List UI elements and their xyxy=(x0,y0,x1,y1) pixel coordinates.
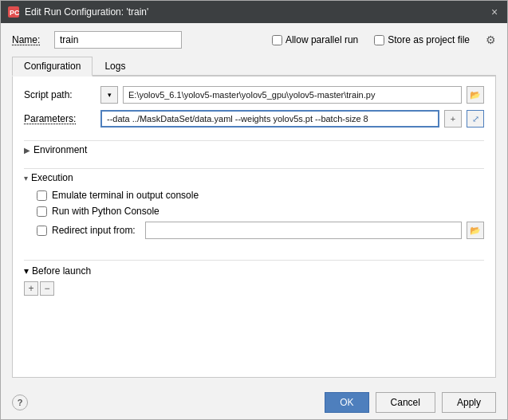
execution-section-header[interactable]: ▾ Execution xyxy=(24,168,484,186)
before-launch-arrow: ▾ xyxy=(24,265,29,277)
tab-configuration[interactable]: Configuration xyxy=(12,57,93,77)
execution-label: Execution xyxy=(31,172,73,183)
parameters-label: Parameters: xyxy=(24,113,96,124)
store-project-group: Store as project file xyxy=(374,34,470,45)
name-input[interactable] xyxy=(54,31,182,49)
allow-parallel-label: Allow parallel run xyxy=(286,34,358,45)
parameters-input[interactable] xyxy=(100,110,439,128)
run-python-console-row: Run with Python Console xyxy=(37,206,484,217)
allow-parallel-checkbox[interactable] xyxy=(272,35,282,45)
name-label: Name: xyxy=(12,34,48,45)
gear-icon[interactable]: ⚙ xyxy=(486,33,496,46)
cancel-button[interactable]: Cancel xyxy=(376,392,435,413)
parameters-row: Parameters: + ⤢ xyxy=(24,110,484,128)
redirect-input-field[interactable] xyxy=(145,222,462,239)
tabs-row: Configuration Logs xyxy=(12,57,496,77)
environment-section-header[interactable]: ▶ Environment xyxy=(24,140,484,159)
redirect-input-row: Redirect input from: 📂 xyxy=(37,222,484,239)
apply-button[interactable]: Apply xyxy=(442,392,496,413)
script-path-label: Script path: xyxy=(24,89,96,100)
name-row: Name: Allow parallel run Store as projec… xyxy=(12,31,496,49)
redirect-folder-icon: 📂 xyxy=(470,226,481,236)
run-python-console-label: Run with Python Console xyxy=(52,206,159,217)
script-path-row: Script path: ▾ 📂 xyxy=(24,86,484,104)
redirect-input-label: Redirect input from: xyxy=(52,225,136,236)
footer-left: ? xyxy=(12,394,28,410)
run-python-console-checkbox[interactable] xyxy=(37,206,47,217)
title-bar-text: Edit Run Configuration: 'train' xyxy=(25,6,488,18)
footer-right: OK Cancel Apply xyxy=(325,392,496,413)
dialog-window: PC Edit Run Configuration: 'train' × Nam… xyxy=(0,0,508,420)
title-bar: PC Edit Run Configuration: 'train' × xyxy=(1,1,507,23)
redirect-input-checkbox[interactable] xyxy=(37,226,47,236)
before-launch-header[interactable]: ▾ Before launch xyxy=(24,261,484,280)
store-project-checkbox[interactable] xyxy=(374,35,384,45)
expand-params-btn[interactable]: + xyxy=(444,110,462,128)
allow-parallel-group: Allow parallel run xyxy=(272,34,358,45)
before-launch-label: Before launch xyxy=(32,265,91,277)
main-content: Script path: ▾ 📂 Parameters: + ⤢ ▶ Envir… xyxy=(12,77,496,378)
ok-button[interactable]: OK xyxy=(325,392,368,413)
script-path-dropdown[interactable]: ▾ xyxy=(100,86,118,104)
expand-fullscreen-btn[interactable]: ⤢ xyxy=(467,110,484,128)
close-button[interactable]: × xyxy=(488,6,501,18)
environment-label: Environment xyxy=(33,144,87,155)
app-icon: PC xyxy=(7,6,20,18)
execution-section-content: Emulate terminal in output console Run w… xyxy=(24,190,484,239)
emulate-terminal-checkbox[interactable] xyxy=(37,190,47,201)
dialog-footer: ? OK Cancel Apply xyxy=(1,386,507,419)
folder-icon: 📂 xyxy=(470,90,481,100)
redirect-folder-btn[interactable]: 📂 xyxy=(467,222,484,239)
dialog-body: Name: Allow parallel run Store as projec… xyxy=(1,23,507,386)
svg-text:PC: PC xyxy=(10,9,20,17)
tab-logs[interactable]: Logs xyxy=(93,57,137,77)
store-project-label: Store as project file xyxy=(388,34,470,45)
script-path-input[interactable] xyxy=(123,86,462,104)
before-launch-section: ▾ Before launch + − xyxy=(24,260,484,296)
help-button[interactable]: ? xyxy=(12,394,28,410)
environment-arrow: ▶ xyxy=(24,146,30,155)
script-path-folder-btn[interactable]: 📂 xyxy=(467,86,484,104)
checkboxes-row: Allow parallel run Store as project file… xyxy=(272,33,496,46)
emulate-terminal-row: Emulate terminal in output console xyxy=(37,190,484,201)
add-launch-btn[interactable]: + xyxy=(24,281,38,296)
emulate-terminal-label: Emulate terminal in output console xyxy=(52,190,199,201)
execution-arrow: ▾ xyxy=(24,174,28,183)
add-minus-row: + − xyxy=(24,281,484,296)
remove-launch-btn[interactable]: − xyxy=(40,281,54,296)
